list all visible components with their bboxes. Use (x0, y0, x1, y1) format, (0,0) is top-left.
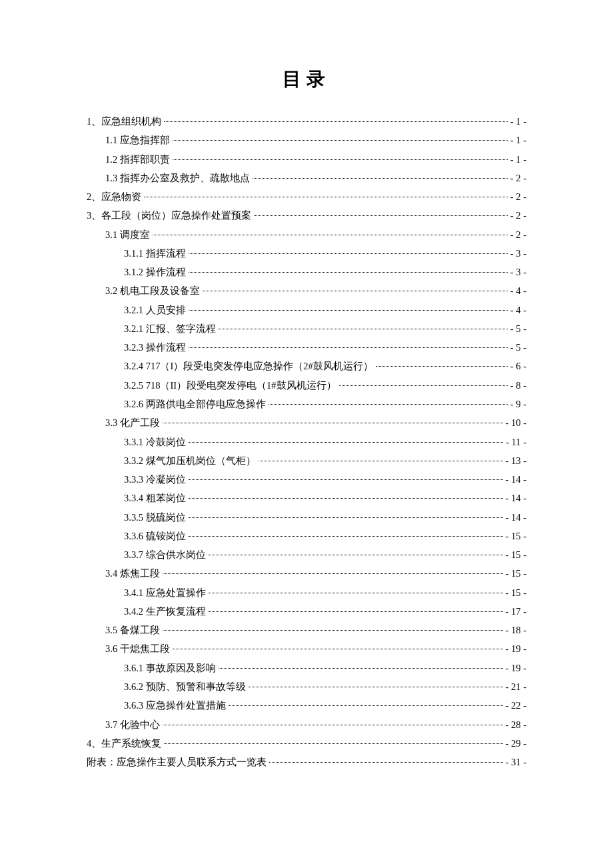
toc-entry-page: - 11 - (506, 433, 526, 451)
toc-entry-text: 3.3.7 综合供水岗位 (124, 545, 206, 564)
toc-leader-dots (163, 423, 503, 423)
toc-entry: 3.2.6 两路供电全部停电应急操作- 9 - (124, 395, 526, 413)
toc-entry-text: 3.3.3 冷凝岗位 (124, 470, 186, 489)
toc-container: 1、应急组织机构- 1 -1.1 应急指挥部- 1 -1.2 指挥部职责- 1 … (87, 112, 526, 771)
toc-entry: 2、应急物资- 2 - (87, 187, 526, 206)
toc-entry-text: 3.2.4 717（I）段受电突发停电应急操作（2#鼓风机运行） (124, 357, 373, 375)
toc-entry-page: - 29 - (506, 734, 526, 753)
toc-entry-text: 3.2.5 718（II）段受电突发停电（1#鼓风机运行） (124, 376, 336, 395)
toc-entry: 3.2.3 操作流程- 5 - (124, 338, 526, 357)
toc-leader-dots (189, 347, 508, 348)
toc-entry-text: 1.1 应急指挥部 (105, 131, 170, 149)
toc-entry-text: 3.3.1 冷鼓岗位 (124, 433, 186, 451)
toc-entry-text: 3.2.1 汇报、签字流程 (124, 319, 216, 338)
toc-leader-dots (229, 705, 503, 706)
toc-entry-page: - 15 - (506, 564, 526, 583)
toc-entry-text: 3.5 备煤工段 (105, 621, 160, 639)
toc-entry-text: 3.2.6 两路供电全部停电应急操作 (124, 395, 266, 413)
toc-entry: 附表：应急操作主要人员联系方式一览表- 31 - (87, 753, 526, 771)
toc-entry: 3.3.2 煤气加压机岗位（气柜）- 13 - (124, 451, 526, 470)
toc-entry: 3.7 化验中心- 28 - (105, 715, 526, 734)
toc-entry: 3.4 炼焦工段- 15 - (105, 564, 526, 583)
toc-entry: 1.1 应急指挥部- 1 - (105, 131, 526, 149)
toc-entry-page: - 9 - (510, 395, 526, 413)
toc-leader-dots (189, 479, 503, 480)
toc-leader-dots (259, 461, 503, 461)
toc-entry: 1、应急组织机构- 1 - (87, 112, 526, 131)
toc-leader-dots (209, 555, 503, 555)
toc-entry: 3.2.5 718（II）段受电突发停电（1#鼓风机运行）- 8 - (124, 376, 526, 395)
toc-entry-page: - 10 - (506, 413, 526, 432)
toc-entry-page: - 2 - (510, 225, 526, 244)
toc-entry-page: - 17 - (506, 602, 526, 621)
toc-entry-page: - 1 - (510, 131, 526, 149)
toc-leader-dots (269, 762, 503, 763)
toc-entry-text: 3.4.2 生产恢复流程 (124, 602, 206, 621)
toc-entry-page: - 5 - (510, 319, 526, 338)
toc-leader-dots (173, 649, 503, 649)
toc-entry-page: - 4 - (510, 281, 526, 300)
toc-entry-page: - 15 - (506, 527, 526, 545)
toc-leader-dots (253, 178, 508, 179)
toc-entry-page: - 1 - (510, 112, 526, 131)
toc-entry-text: 1、应急组织机构 (87, 112, 161, 131)
toc-leader-dots (249, 687, 503, 687)
toc-entry-page: - 14 - (506, 470, 526, 489)
toc-entry-page: - 15 - (506, 583, 526, 602)
toc-entry-text: 3.1.1 指挥流程 (124, 244, 186, 263)
toc-entry-page: - 28 - (506, 715, 526, 734)
toc-leader-dots (163, 630, 503, 631)
toc-entry-page: - 14 - (506, 489, 526, 507)
toc-entry-text: 3.4.1 应急处置操作 (124, 583, 206, 602)
toc-entry-text: 3.6.3 应急操作处置措施 (124, 696, 226, 715)
toc-entry-page: - 31 - (506, 753, 526, 771)
toc-leader-dots (189, 253, 508, 254)
toc-entry: 4、生产系统恢复- 29 - (87, 734, 526, 753)
toc-entry-text: 3.3.6 硫铵岗位 (124, 527, 186, 545)
toc-leader-dots (173, 140, 508, 141)
toc-entry-page: - 14 - (506, 508, 526, 527)
toc-entry: 3、各工段（岗位）应急操作处置预案- 2 - (87, 206, 526, 225)
toc-leader-dots (164, 121, 508, 122)
toc-entry-text: 4、生产系统恢复 (87, 734, 161, 753)
toc-entry-text: 3.3.2 煤气加压机岗位（气柜） (124, 451, 256, 470)
toc-entry: 3.6.2 预防、预警和事故等级- 21 - (124, 677, 526, 696)
toc-leader-dots (189, 272, 508, 273)
toc-entry-text: 3.3 化产工段 (105, 413, 160, 432)
toc-title: 目录 (87, 67, 526, 92)
toc-leader-dots (219, 329, 508, 329)
toc-entry-text: 1.3 指挥办公室及救护、疏散地点 (105, 169, 250, 187)
toc-entry: 3.4.2 生产恢复流程- 17 - (124, 602, 526, 621)
toc-leader-dots (153, 235, 508, 235)
toc-leader-dots (209, 593, 503, 593)
toc-entry-text: 3.3.4 粗苯岗位 (124, 489, 186, 507)
toc-entry-page: - 18 - (506, 621, 526, 639)
toc-leader-dots (203, 291, 508, 291)
toc-entry: 3.1 调度室- 2 - (105, 225, 526, 244)
toc-entry-page: - 3 - (510, 263, 526, 281)
toc-entry: 3.2.4 717（I）段受电突发停电应急操作（2#鼓风机运行）- 6 - (124, 357, 526, 375)
toc-leader-dots (189, 310, 508, 311)
toc-entry: 3.3 化产工段- 10 - (105, 413, 526, 432)
toc-entry: 3.3.4 粗苯岗位- 14 - (124, 489, 526, 507)
toc-entry-page: - 2 - (510, 187, 526, 206)
toc-entry-text: 3.6.2 预防、预警和事故等级 (124, 677, 246, 696)
toc-leader-dots (209, 611, 503, 612)
toc-entry-text: 附表：应急操作主要人员联系方式一览表 (87, 753, 267, 771)
toc-entry-page: - 2 - (510, 206, 526, 225)
toc-leader-dots (164, 743, 502, 744)
toc-entry: 3.2 机电工段及设备室- 4 - (105, 281, 526, 300)
toc-leader-dots (269, 404, 508, 405)
toc-leader-dots (339, 385, 508, 386)
toc-leader-dots (173, 159, 508, 160)
toc-entry: 3.4.1 应急处置操作- 15 - (124, 583, 526, 602)
toc-entry: 3.3.6 硫铵岗位- 15 - (124, 527, 526, 545)
toc-leader-dots (144, 197, 508, 197)
toc-entry-text: 2、应急物资 (87, 187, 141, 206)
toc-entry-page: - 19 - (506, 659, 526, 677)
toc-leader-dots (189, 442, 504, 443)
toc-entry-page: - 8 - (510, 376, 526, 395)
toc-entry-text: 3.7 化验中心 (105, 715, 160, 734)
toc-entry: 3.3.1 冷鼓岗位- 11 - (124, 433, 526, 451)
toc-entry: 1.2 指挥部职责- 1 - (105, 150, 526, 169)
